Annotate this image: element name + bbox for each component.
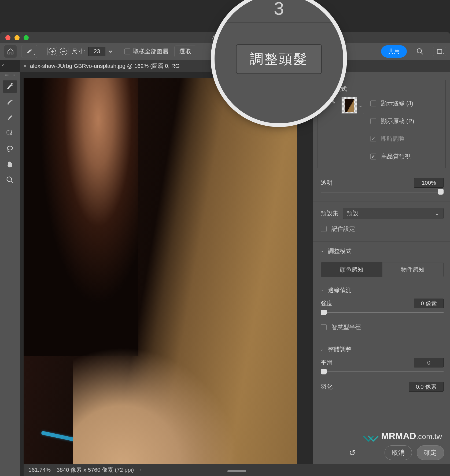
zoom-callout-overlay: 3 調整頭髮 [215,0,343,123]
hq-preview-checkbox[interactable]: 高品質預視 [370,153,440,161]
brush-sub-icon[interactable] [59,47,68,56]
remember-settings-checkbox[interactable]: 記住設定 [321,225,444,233]
seg-color-aware[interactable]: 顏色感知 [321,262,382,277]
view-mode-title: 檢視模式 [323,85,440,93]
zoom-tool[interactable] [3,174,17,186]
watermark-suffix: .com.tw [416,432,442,441]
global-adjust-section[interactable]: ⌄整體調整 [313,341,450,358]
select-and-mask-panel: 檢視模式 檢視 ⌄ 顯示邊緣 (J) 顯示原稿 (P) 即時調整 高品質預視 透… [313,72,450,464]
object-select-tool[interactable] [3,127,17,139]
lasso-tool[interactable] [3,143,17,155]
canvas-decoration [41,431,170,462]
brush-add-icon[interactable] [47,47,57,56]
cancel-button[interactable]: 取消 [385,445,412,460]
smooth-label: 平滑 [321,359,333,367]
refine-hair-button[interactable]: 調整頭髮 [236,44,322,74]
status-bar: 161.74% 3840 像素 x 5760 像素 (72 ppi) › [24,464,450,476]
view-mode-box: 檢視模式 檢視 ⌄ 顯示邊緣 (J) 顯示原稿 (P) 即時調整 高品質預視 [318,80,446,168]
edge-detect-section[interactable]: ⌄邊緣偵測 [313,282,450,299]
opacity-slider[interactable] [321,189,444,196]
sample-all-layers-checkbox[interactable]: 取樣全部圖層 [124,47,168,55]
opacity-input[interactable] [414,178,444,188]
feather-input[interactable] [409,382,444,392]
home-button[interactable] [4,45,17,58]
zoom-window-button[interactable] [24,35,29,40]
svg-point-2 [417,49,422,53]
size-dropdown-caret[interactable] [107,47,114,56]
brush-size-input[interactable] [88,47,105,56]
strength-slider[interactable] [321,309,444,316]
opacity-row: 透明 [313,173,450,200]
reset-icon[interactable]: ↺ [349,448,356,458]
checkbox-icon [124,49,130,54]
share-button[interactable]: 共用 [381,45,407,58]
workspace-layout-dropdown[interactable] [433,47,446,56]
realtime-checkbox: 即時調整 [370,135,440,143]
watermark: MRMAD.com.tw [364,430,442,441]
svg-rect-3 [437,50,442,54]
show-edge-checkbox[interactable]: 顯示邊緣 (J) [370,99,440,107]
size-label: 尺寸: [72,47,85,55]
refine-edge-brush-tool[interactable] [3,96,17,108]
minimize-window-button[interactable] [14,35,20,40]
smooth-slider[interactable] [321,369,444,375]
show-original-checkbox[interactable]: 顯示原稿 (P) [370,117,440,125]
svg-point-6 [7,146,13,150]
adjust-mode-section[interactable]: ⌄調整模式 [313,243,450,259]
panel-expand-left-icon[interactable]: ›› [2,62,3,67]
watermark-logo-icon [364,430,378,441]
view-thumbnail-icon [342,97,357,114]
document-tab-title[interactable]: alex-shaw-JUrbgfGBRvo-unsplash.jpg @ 162… [30,62,180,70]
preset-row: 預設集 預設⌄ 記住設定 [313,203,450,240]
strength-input[interactable] [414,299,444,308]
select-subject-button[interactable]: 選取 [174,46,196,57]
status-doc-info[interactable]: 3840 像素 x 5760 像素 (72 ppi) [57,466,134,474]
sample-all-layers-label: 取樣全部圖層 [133,47,168,55]
refine-tool-strip [0,72,20,476]
horizontal-scrollbar[interactable] [227,470,246,472]
search-icon[interactable] [415,46,425,57]
zoom-callout-fragment: 3 [274,0,284,19]
traffic-lights [5,35,29,40]
tool-preset-picker[interactable] [21,45,37,58]
mode-segmented-control[interactable]: 顏色感知 物件感知 [321,262,444,277]
smooth-input[interactable] [414,358,444,367]
document-canvas[interactable] [24,78,297,464]
status-zoom[interactable]: 161.74% [28,467,51,473]
preset-label: 預設集 [321,209,338,217]
ok-button[interactable]: 確定 [417,445,444,460]
quick-select-tool[interactable] [3,80,17,93]
panel-grip-icon[interactable] [5,75,14,76]
opacity-label: 透明 [321,179,333,187]
tab-close-icon[interactable]: × [24,63,27,69]
brush-size-group: 尺寸: [47,47,114,56]
watermark-brand: MRMAD [381,431,416,441]
brush-tool[interactable] [3,111,17,124]
hand-tool[interactable] [3,158,17,170]
preset-dropdown[interactable]: 預設⌄ [343,208,444,219]
strength-label: 強度 [321,299,333,307]
view-thumbnail-dropdown[interactable]: ⌄ [341,97,364,114]
close-window-button[interactable] [5,35,10,40]
seg-object-aware[interactable]: 物件感知 [382,262,444,277]
feather-label: 羽化 [321,383,333,391]
smart-radius-checkbox[interactable]: 智慧型半徑 [321,323,444,331]
svg-point-7 [7,177,12,182]
status-caret-icon[interactable]: › [140,466,142,473]
panel-action-row: ↺ 取消 確定 [385,445,444,460]
